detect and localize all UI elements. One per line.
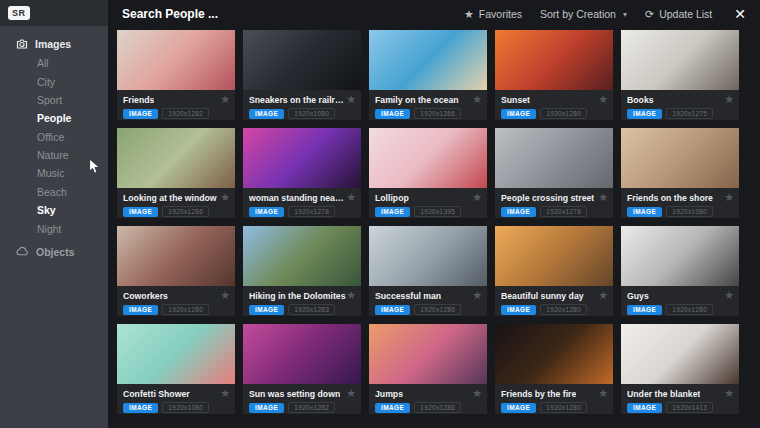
sidebar-item-city[interactable]: City: [0, 72, 108, 90]
sort-dropdown[interactable]: Sort by Creation ▾: [540, 8, 627, 20]
favorites-button[interactable]: ★ Favorites: [464, 8, 522, 21]
image-thumbnail[interactable]: [495, 226, 613, 286]
favorite-star-icon[interactable]: ★: [598, 388, 608, 399]
image-thumbnail[interactable]: [621, 30, 739, 90]
image-title: Coworkers: [123, 291, 168, 301]
image-type-badge: IMAGE: [627, 109, 662, 119]
favorite-star-icon[interactable]: ★: [598, 94, 608, 105]
image-card[interactable]: Guys ★ IMAGE 1920x1280: [621, 226, 739, 316]
image-card[interactable]: Under the blanket ★ IMAGE 1920x1413: [621, 324, 739, 414]
favorite-star-icon[interactable]: ★: [346, 290, 356, 301]
favorite-star-icon[interactable]: ★: [220, 94, 230, 105]
image-card[interactable]: Hiking in the Dolomites ★ IMAGE 1920x128…: [243, 226, 361, 316]
image-thumbnail[interactable]: [369, 128, 487, 188]
image-title: Sun was setting down: [249, 389, 340, 399]
image-card[interactable]: Friends on the shore ★ IMAGE 1920x1080: [621, 128, 739, 218]
favorite-star-icon[interactable]: ★: [346, 94, 356, 105]
sidebar-item-people[interactable]: People: [0, 109, 108, 127]
favorite-star-icon[interactable]: ★: [724, 94, 734, 105]
image-thumbnail[interactable]: [117, 128, 235, 188]
image-card-meta: Sunset ★ IMAGE 1920x1280: [495, 90, 613, 119]
mouse-cursor-icon: [88, 158, 101, 175]
image-thumbnail[interactable]: [495, 30, 613, 90]
search-input[interactable]: [122, 7, 464, 21]
image-title: Confetti Shower: [123, 389, 190, 399]
sidebar: SR Images AllCitySportPeopleOfficeNature…: [0, 0, 108, 428]
image-card[interactable]: Looking at the window ★ IMAGE 1920x1286: [117, 128, 235, 218]
sidebar-section-images[interactable]: Images: [0, 34, 108, 54]
image-thumbnail[interactable]: [369, 324, 487, 384]
sidebar-section-objects[interactable]: Objects: [0, 242, 108, 262]
image-dimensions: 1920x1266: [414, 108, 461, 119]
image-type-badge: IMAGE: [501, 403, 536, 413]
image-card[interactable]: Confetti Shower ★ IMAGE 1920x1080: [117, 324, 235, 414]
favorite-star-icon[interactable]: ★: [598, 290, 608, 301]
sidebar-item-beach[interactable]: Beach: [0, 183, 108, 201]
image-dimensions: 1920x1395: [414, 206, 461, 217]
image-card[interactable]: Coworkers ★ IMAGE 1920x1280: [117, 226, 235, 316]
image-type-badge: IMAGE: [249, 207, 284, 217]
sidebar-item-office[interactable]: Office: [0, 128, 108, 146]
image-card[interactable]: Jumps ★ IMAGE 1920x1286: [369, 324, 487, 414]
image-card-meta: Under the blanket ★ IMAGE 1920x1413: [621, 384, 739, 413]
image-card[interactable]: Lollipop ★ IMAGE 1920x1395: [369, 128, 487, 218]
favorite-star-icon[interactable]: ★: [346, 192, 356, 203]
app-logo: SR: [8, 6, 30, 20]
image-title: Hiking in the Dolomites: [249, 291, 346, 301]
image-card[interactable]: Successful man ★ IMAGE 1920x1286: [369, 226, 487, 316]
image-card[interactable]: Sneakers on the railroad ★ IMAGE 1920x10…: [243, 30, 361, 120]
image-thumbnail[interactable]: [117, 30, 235, 90]
image-thumbnail[interactable]: [621, 226, 739, 286]
image-thumbnail[interactable]: [117, 226, 235, 286]
image-thumbnail[interactable]: [369, 30, 487, 90]
image-dimensions: 1920x1080: [162, 402, 209, 413]
image-card[interactable]: Family on the ocean ★ IMAGE 1920x1266: [369, 30, 487, 120]
image-type-badge: IMAGE: [123, 207, 158, 217]
image-title: Friends on the shore: [627, 193, 713, 203]
favorite-star-icon[interactable]: ★: [220, 388, 230, 399]
update-list-button[interactable]: ⟳ Update List: [645, 8, 712, 21]
close-icon[interactable]: ✕: [730, 6, 746, 22]
favorite-star-icon[interactable]: ★: [472, 290, 482, 301]
image-dimensions: 1920x1280: [162, 304, 209, 315]
image-thumbnail[interactable]: [243, 30, 361, 90]
favorite-star-icon[interactable]: ★: [220, 192, 230, 203]
sidebar-item-night[interactable]: Night: [0, 219, 108, 237]
image-title: Under the blanket: [627, 389, 700, 399]
image-thumbnail[interactable]: [621, 128, 739, 188]
image-card[interactable]: People crossing street ★ IMAGE 1920x1278: [495, 128, 613, 218]
sidebar-item-sky[interactable]: Sky: [0, 201, 108, 219]
image-thumbnail[interactable]: [117, 324, 235, 384]
favorite-star-icon[interactable]: ★: [472, 192, 482, 203]
image-title: Beautiful sunny day: [501, 291, 584, 301]
favorite-star-icon[interactable]: ★: [472, 388, 482, 399]
image-card[interactable]: Beautiful sunny day ★ IMAGE 1920x1280: [495, 226, 613, 316]
sidebar-item-all[interactable]: All: [0, 54, 108, 72]
image-card[interactable]: Sun was setting down ★ IMAGE 1920x1282: [243, 324, 361, 414]
update-list-label: Update List: [659, 8, 712, 20]
favorite-star-icon[interactable]: ★: [724, 388, 734, 399]
image-card[interactable]: woman standing near buildings ★ IMAGE 19…: [243, 128, 361, 218]
image-card[interactable]: Sunset ★ IMAGE 1920x1280: [495, 30, 613, 120]
image-thumbnail[interactable]: [495, 324, 613, 384]
image-title: Successful man: [375, 291, 441, 301]
image-type-badge: IMAGE: [123, 403, 158, 413]
image-card[interactable]: Friends ★ IMAGE 1920x1282: [117, 30, 235, 120]
favorite-star-icon[interactable]: ★: [346, 388, 356, 399]
image-thumbnail[interactable]: [243, 226, 361, 286]
image-thumbnail[interactable]: [369, 226, 487, 286]
favorite-star-icon[interactable]: ★: [724, 192, 734, 203]
image-card[interactable]: Friends by the fire ★ IMAGE 1920x1280: [495, 324, 613, 414]
image-thumbnail[interactable]: [243, 128, 361, 188]
image-thumbnail[interactable]: [495, 128, 613, 188]
image-thumbnail[interactable]: [621, 324, 739, 384]
sidebar-item-sport[interactable]: Sport: [0, 91, 108, 109]
image-card[interactable]: Books ★ IMAGE 1920x1275: [621, 30, 739, 120]
image-card-meta: Successful man ★ IMAGE 1920x1286: [369, 286, 487, 315]
favorite-star-icon[interactable]: ★: [472, 94, 482, 105]
image-card-meta: Looking at the window ★ IMAGE 1920x1286: [117, 188, 235, 217]
image-thumbnail[interactable]: [243, 324, 361, 384]
favorite-star-icon[interactable]: ★: [724, 290, 734, 301]
favorite-star-icon[interactable]: ★: [598, 192, 608, 203]
favorite-star-icon[interactable]: ★: [220, 290, 230, 301]
